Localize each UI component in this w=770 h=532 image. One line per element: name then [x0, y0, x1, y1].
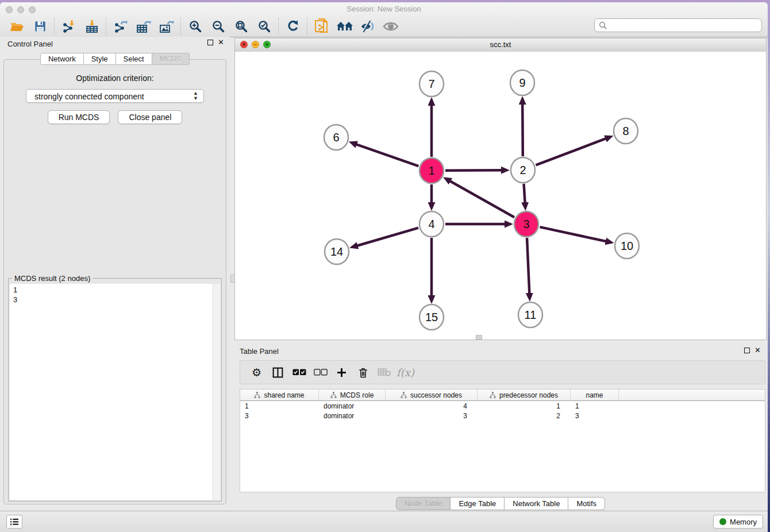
mcds-result-text: 1 3: [10, 284, 220, 306]
status-bar: Memory: [0, 511, 768, 532]
graph-node-label-1: 1: [428, 164, 434, 177]
export-network-button[interactable]: [109, 17, 132, 36]
save-icon: [34, 20, 47, 33]
table-header-row: shared name MCDS role successor nodes pr…: [240, 390, 765, 401]
graph-edge-3-10[interactable]: [540, 227, 607, 241]
double-home-icon: [336, 20, 353, 33]
graph-edge-1-6[interactable]: [355, 144, 418, 167]
graph-node-label-11: 11: [525, 309, 537, 321]
graph-edge-3-11[interactable]: [527, 238, 529, 295]
table-toolbar: ⚙ f(x): [240, 360, 765, 384]
export-image-button[interactable]: [155, 17, 178, 36]
open-file-button[interactable]: [6, 17, 29, 36]
column-label: name: [586, 391, 603, 399]
delete-column-button[interactable]: [352, 363, 374, 381]
column-header-successor-nodes[interactable]: successor nodes: [386, 390, 478, 400]
cell-shared-name: 3: [240, 412, 319, 420]
open-network-file-button[interactable]: [310, 17, 333, 36]
column-label: MCDS role: [340, 391, 374, 399]
zoom-out-button[interactable]: [207, 17, 230, 36]
zoom-fit-button[interactable]: [230, 17, 253, 36]
column-settings-button[interactable]: ⚙: [246, 363, 267, 381]
apply-layout-button[interactable]: [282, 17, 305, 36]
mcds-result-area[interactable]: 1 3: [10, 284, 220, 500]
node-table[interactable]: shared name MCDS role successor nodes pr…: [240, 389, 765, 492]
network-window-titlebar[interactable]: × − + scc.txt: [235, 38, 766, 52]
criterion-dropdown[interactable]: strongly connected component ▲▼: [26, 89, 204, 103]
hide-graphics-details-button[interactable]: [356, 17, 379, 36]
tab-node-table[interactable]: Node Table: [396, 497, 451, 510]
table-panel: Table Panel ✕ ⚙: [234, 345, 767, 511]
birds-eye-view-button[interactable]: [379, 17, 402, 36]
search-icon: [599, 21, 607, 32]
app-window: Session: New Session: [0, 2, 768, 532]
run-mcds-button[interactable]: Run MCDS: [48, 110, 110, 124]
zoom-selected-button[interactable]: [253, 17, 276, 36]
tab-motifs[interactable]: Motifs: [568, 497, 605, 510]
graph-node-label-7: 7: [428, 78, 434, 90]
memory-label: Memory: [730, 518, 757, 526]
split-column-icon: [272, 367, 284, 379]
table-row[interactable]: 3 dominator 3 2 3: [240, 411, 765, 421]
column-header-predecessor-nodes[interactable]: predecessor nodes: [478, 390, 571, 400]
import-network-button[interactable]: [57, 17, 80, 36]
search-input[interactable]: [610, 20, 759, 32]
tab-select[interactable]: Select: [116, 53, 152, 65]
control-panel-tabs: Network Style Select MCDS: [0, 53, 230, 65]
close-table-panel-icon[interactable]: ✕: [754, 348, 761, 353]
mcds-result-title: MCDS result (2 nodes): [12, 274, 93, 283]
toolbar-separator: [106, 18, 107, 35]
show-task-history-button[interactable]: [6, 515, 22, 529]
create-column-button[interactable]: [331, 363, 352, 381]
show-all-columns-button[interactable]: [288, 363, 310, 381]
save-session-button[interactable]: [29, 17, 52, 36]
graph-node-label-8: 8: [622, 125, 629, 137]
tab-network[interactable]: Network: [40, 53, 84, 65]
toolbar-separator: [278, 18, 279, 35]
column-header-mcds-role[interactable]: MCDS role: [319, 390, 386, 400]
close-panel-button[interactable]: Close panel: [118, 110, 182, 124]
graph-node-label-3: 3: [523, 218, 529, 230]
zoom-fit-icon: [234, 20, 248, 33]
graph-node-label-10: 10: [621, 240, 633, 252]
result-scrollbar[interactable]: [213, 284, 220, 500]
hide-all-columns-button[interactable]: [310, 363, 331, 381]
cell-successor-nodes: 4: [386, 402, 478, 410]
graph-edge-2-3[interactable]: [524, 184, 525, 204]
table-panel-title: Table Panel: [240, 347, 279, 356]
column-header-name[interactable]: name: [571, 390, 619, 400]
function-builder-button[interactable]: f(x): [395, 363, 416, 381]
graph-edge-4-14[interactable]: [356, 228, 418, 246]
float-table-panel-icon[interactable]: [744, 348, 750, 353]
search-field[interactable]: [594, 18, 762, 32]
cell-predecessor-nodes: 2: [478, 412, 571, 420]
optimization-criterion-label: Optimization criterion:: [4, 74, 226, 83]
tab-edge-table[interactable]: Edge Table: [451, 497, 505, 510]
network-canvas[interactable]: 7968124314101511: [235, 52, 766, 340]
graph-edge-2-9[interactable]: [522, 103, 523, 156]
export-table-button[interactable]: [132, 17, 155, 36]
close-panel-icon[interactable]: ✕: [218, 40, 224, 45]
graph-edge-3-1[interactable]: [449, 180, 514, 217]
home-button[interactable]: [333, 17, 356, 36]
tab-network-table[interactable]: Network Table: [505, 497, 568, 510]
unchecked-boxes-icon: [314, 369, 328, 376]
graph-node-label-14: 14: [330, 245, 343, 258]
canvas-scroll-handle[interactable]: [476, 335, 482, 340]
import-table-button[interactable]: [80, 17, 103, 36]
memory-button[interactable]: Memory: [713, 515, 763, 529]
graph-edge-2-8[interactable]: [536, 138, 607, 165]
tab-style[interactable]: Style: [84, 53, 116, 65]
graph-edge-1-2[interactable]: [445, 170, 503, 171]
import-table-icon: [85, 20, 99, 33]
graph-node-label-4: 4: [428, 218, 434, 230]
column-header-shared-name[interactable]: shared name: [240, 390, 319, 400]
table-row[interactable]: 1 dominator 4 1 1: [240, 401, 765, 411]
table-mode-button[interactable]: [267, 363, 288, 381]
tab-mcds[interactable]: MCDS: [152, 53, 190, 65]
float-panel-icon[interactable]: [207, 40, 213, 45]
vertical-splitter[interactable]: [230, 37, 234, 511]
delete-table-button[interactable]: [374, 363, 395, 381]
zoom-in-button[interactable]: [184, 17, 207, 36]
cell-successor-nodes: 3: [386, 412, 478, 420]
